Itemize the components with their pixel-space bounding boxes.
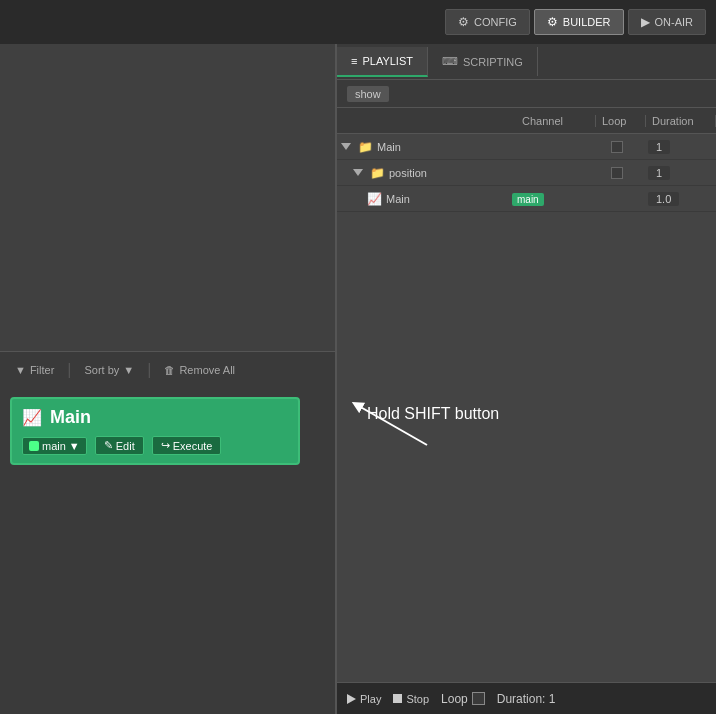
playlist-icon: ≡ bbox=[351, 55, 357, 67]
card-header: 📈 Main bbox=[22, 407, 288, 428]
stop-icon bbox=[393, 694, 402, 703]
top-bar: ⚙ CONFIG ⚙ BUILDER ▶ ON-AIR bbox=[0, 0, 716, 44]
stop-label: Stop bbox=[406, 693, 429, 705]
item-icon: 📈 bbox=[367, 192, 382, 206]
folder-icon: 📁 bbox=[370, 166, 385, 180]
left-panel: ▼ Filter | Sort by ▼ | 🗑 Remove All 📈 Ma… bbox=[0, 44, 335, 714]
main-card: 📈 Main main ▼ ✎ Edit ↪ Execute bbox=[10, 397, 300, 465]
channel-select[interactable]: main ▼ bbox=[22, 437, 87, 455]
trash-icon: 🗑 bbox=[164, 364, 175, 376]
toolbar-separator-1: | bbox=[67, 361, 71, 379]
row-name-text: Main bbox=[377, 141, 401, 153]
card-footer: main ▼ ✎ Edit ↪ Execute bbox=[22, 436, 288, 455]
tab-scripting[interactable]: ⌨ SCRIPTING bbox=[428, 47, 538, 76]
col-duration: Duration bbox=[646, 115, 716, 127]
svg-line-1 bbox=[357, 405, 427, 445]
row-loop bbox=[592, 167, 642, 179]
annotation-area: Hold SHIFT button bbox=[337, 395, 716, 682]
loop-checkbox[interactable] bbox=[611, 167, 623, 179]
config-label: CONFIG bbox=[474, 16, 517, 28]
toolbar-separator-2: | bbox=[147, 361, 151, 379]
expand-icon bbox=[341, 143, 351, 150]
row-name: 📁 position bbox=[353, 166, 512, 180]
row-duration: 1 bbox=[642, 141, 712, 153]
filter-icon: ▼ bbox=[15, 364, 26, 376]
row-duration: 1.0 bbox=[642, 193, 712, 205]
tabs: ≡ PLAYLIST ⌨ SCRIPTING bbox=[337, 44, 716, 80]
row-channel: main bbox=[512, 193, 592, 205]
playlist-table: Channel Loop Duration 📁 Main 1 bbox=[337, 108, 716, 395]
playlist-filter: show bbox=[337, 80, 716, 108]
stop-button[interactable]: Stop bbox=[393, 693, 429, 705]
on-air-label: ON-AIR bbox=[655, 16, 694, 28]
filter-tag: show bbox=[347, 86, 389, 102]
edit-icon: ✎ bbox=[104, 439, 113, 452]
play-button[interactable]: Play bbox=[347, 693, 381, 705]
left-content-area bbox=[0, 44, 335, 351]
row-loop bbox=[592, 141, 642, 153]
card-area: 📈 Main main ▼ ✎ Edit ↪ Execute bbox=[0, 387, 335, 714]
toolbar: ▼ Filter | Sort by ▼ | 🗑 Remove All bbox=[0, 351, 335, 387]
play-label: Play bbox=[360, 693, 381, 705]
folder-icon: 📁 bbox=[358, 140, 373, 154]
loop-label: Loop bbox=[441, 692, 468, 706]
duration-label: Duration: 1 bbox=[497, 692, 556, 706]
main-layout: ▼ Filter | Sort by ▼ | 🗑 Remove All 📈 Ma… bbox=[0, 44, 716, 714]
config-button[interactable]: ⚙ CONFIG bbox=[445, 9, 530, 35]
on-air-icon: ▶ bbox=[641, 15, 650, 29]
sort-label: Sort by bbox=[85, 364, 120, 376]
loop-toggle[interactable] bbox=[472, 692, 485, 705]
sort-button[interactable]: Sort by ▼ bbox=[80, 361, 140, 379]
loop-control: Loop bbox=[441, 692, 485, 706]
channel-dot bbox=[29, 441, 39, 451]
row-name: 📈 Main bbox=[367, 192, 512, 206]
tab-playlist[interactable]: ≡ PLAYLIST bbox=[337, 47, 428, 77]
row-duration: 1 bbox=[642, 167, 712, 179]
hold-shift-label: Hold SHIFT button bbox=[367, 405, 499, 423]
arrow-svg bbox=[337, 395, 537, 475]
col-channel: Channel bbox=[516, 115, 596, 127]
table-header: Channel Loop Duration bbox=[337, 108, 716, 134]
builder-icon: ⚙ bbox=[547, 15, 558, 29]
on-air-button[interactable]: ▶ ON-AIR bbox=[628, 9, 707, 35]
edit-label: Edit bbox=[116, 440, 135, 452]
channel-badge: main bbox=[512, 193, 544, 206]
builder-label: BUILDER bbox=[563, 16, 611, 28]
loop-checkbox[interactable] bbox=[611, 141, 623, 153]
row-name: 📁 Main bbox=[341, 140, 512, 154]
execute-button[interactable]: ↪ Execute bbox=[152, 436, 222, 455]
table-row[interactable]: 📁 position 1 bbox=[337, 160, 716, 186]
execute-label: Execute bbox=[173, 440, 213, 452]
row-name-text: position bbox=[389, 167, 427, 179]
row-name-text: Main bbox=[386, 193, 410, 205]
right-panel: ≡ PLAYLIST ⌨ SCRIPTING show Channel Loop… bbox=[335, 44, 716, 714]
expand-icon bbox=[353, 169, 363, 176]
scripting-label: SCRIPTING bbox=[463, 56, 523, 68]
table-row[interactable]: 📁 Main 1 bbox=[337, 134, 716, 160]
table-row[interactable]: 📈 Main main 1.0 bbox=[337, 186, 716, 212]
filter-button[interactable]: ▼ Filter bbox=[10, 361, 59, 379]
remove-all-button[interactable]: 🗑 Remove All bbox=[159, 361, 240, 379]
channel-label: main bbox=[42, 440, 66, 452]
filter-label: Filter bbox=[30, 364, 54, 376]
bottom-bar: Play Stop Loop Duration: 1 bbox=[337, 682, 716, 714]
edit-button[interactable]: ✎ Edit bbox=[95, 436, 144, 455]
scripting-icon: ⌨ bbox=[442, 55, 458, 68]
col-loop: Loop bbox=[596, 115, 646, 127]
card-item-icon: 📈 bbox=[22, 408, 42, 427]
playlist-label: PLAYLIST bbox=[362, 55, 413, 67]
sort-icon: ▼ bbox=[123, 364, 134, 376]
remove-label: Remove All bbox=[179, 364, 235, 376]
builder-button[interactable]: ⚙ BUILDER bbox=[534, 9, 624, 35]
dropdown-icon: ▼ bbox=[69, 440, 80, 452]
card-title: Main bbox=[50, 407, 91, 428]
play-icon bbox=[347, 694, 356, 704]
config-icon: ⚙ bbox=[458, 15, 469, 29]
execute-icon: ↪ bbox=[161, 439, 170, 452]
